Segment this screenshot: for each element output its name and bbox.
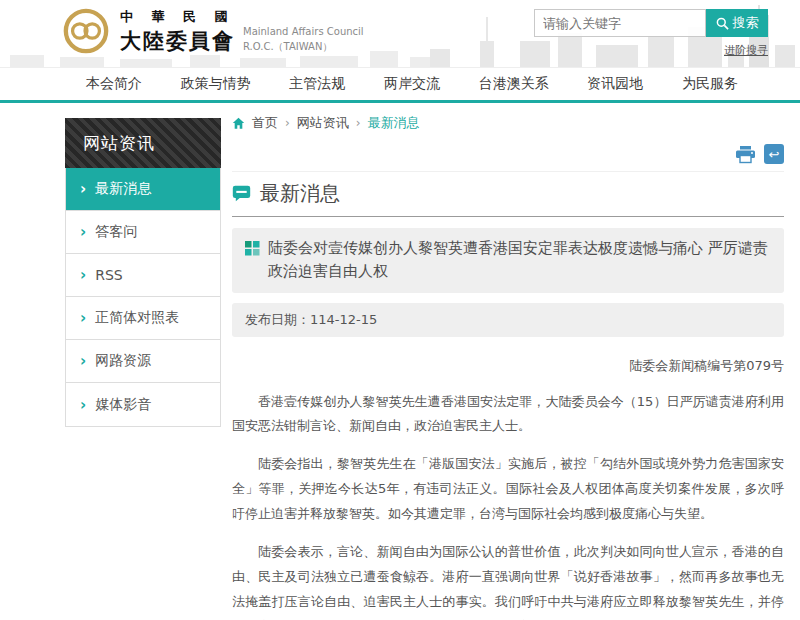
sidebar-item-media[interactable]: › 媒体影音 [66,383,220,426]
logo-en-line1: Mainland Affairs Council [243,24,364,39]
logo-roc-label: 中 華 民 國 [120,8,235,26]
nav-item-about[interactable]: 本会简介 [86,75,142,93]
nav-item-exchange[interactable]: 两岸交流 [384,75,440,93]
page-body: 网站资讯 › 最新消息 › 答客问 › RSS › 正简体对照表 › 网路资源 [0,103,800,620]
article-paragraph: 香港壹传媒创办人黎智英先生遭香港国安法定罪，大陆委员会今（15）日严厉谴责港府利… [232,390,784,440]
nav-item-tw-hk-mo[interactable]: 台港澳关系 [479,75,549,93]
main-content: 首页 › 网站资讯 › 最新消息 ↩ [232,103,784,620]
sidebar-item-label: 网路资源 [95,352,151,370]
main-navigation: 本会简介 政策与情势 主管法规 两岸交流 台港澳关系 资讯园地 为民服务 [0,67,800,100]
article-paragraph: 陆委会表示，言论、新闻自由为国际公认的普世价值，此次判决如同向世人宣示，香港的自… [232,540,784,620]
breadcrumb-section[interactable]: 网站资讯 [297,114,349,132]
sidebar-item-latest-news[interactable]: › 最新消息 [66,168,220,211]
sidebar-item-qa[interactable]: › 答客问 [66,211,220,254]
page-action-icons: ↩ [232,144,784,172]
nav-item-policy[interactable]: 政策与情势 [181,75,251,93]
sidebar-item-label: 媒体影音 [95,396,151,414]
article-body: 香港壹传媒创办人黎智英先生遭香港国安法定罪，大陆委员会今（15）日严厉谴责港府利… [232,390,784,620]
printer-icon [735,145,756,164]
print-button[interactable] [735,145,756,164]
search-button-label: 搜索 [733,14,759,32]
mac-emblem-icon [62,7,110,55]
nav-item-information[interactable]: 资讯园地 [587,75,643,93]
search-input[interactable] [534,9,706,37]
publish-date-value: 114-12-15 [310,312,377,327]
chevron-right-icon: › [80,352,86,370]
breadcrumb-current: 最新消息 [368,114,420,132]
sidebar-item-label: 答客问 [95,223,137,241]
sidebar: 网站资讯 › 最新消息 › 答客问 › RSS › 正简体对照表 › 网路资源 [65,118,221,427]
breadcrumb-separator: › [285,116,290,130]
chevron-right-icon: › [80,396,86,414]
sidebar-item-web-resources[interactable]: › 网路资源 [66,340,220,383]
advanced-search-link[interactable]: 进阶搜寻 [724,44,768,57]
grid-icon [245,241,260,256]
search-area: 搜索 进阶搜寻 [534,9,768,58]
article-title-box: 陆委会对壹传媒创办人黎智英遭香港国安定罪表达极度遗憾与痛心 严厉谴责政治迫害自由… [232,228,784,293]
chevron-right-icon: › [80,309,86,327]
chevron-right-icon: › [80,180,86,198]
nav-item-services[interactable]: 为民服务 [682,75,738,93]
sidebar-item-rss[interactable]: › RSS [66,254,220,297]
breadcrumb-home[interactable]: 首页 [252,114,278,132]
sidebar-item-label: 最新消息 [95,180,151,198]
logo-chinese-text: 中 華 民 國 大陸委員會 [120,8,235,55]
sidebar-item-charset-table[interactable]: › 正简体对照表 [66,297,220,340]
sidebar-title: 网站资讯 [65,118,221,168]
publish-date-box: 发布日期：114-12-15 [232,303,784,337]
logo-english-text: Mainland Affairs Council R.O.C.（TAIWAN） [243,8,364,54]
section-heading: 最新消息 [232,180,784,217]
site-header: 中 華 民 國 大陸委員會 Mainland Affairs Council R… [0,0,800,67]
sidebar-item-label: 正简体对照表 [95,309,179,327]
sidebar-menu: › 最新消息 › 答客问 › RSS › 正简体对照表 › 网路资源 › 媒体影… [65,168,221,427]
article-paragraph: 陆委会指出，黎智英先生在「港版国安法」实施后，被控「勾结外国或境外势力危害国家安… [232,452,784,527]
speech-bubble-icon [232,185,251,202]
breadcrumb-separator: › [356,116,361,130]
publish-date-label: 发布日期： [245,312,310,327]
back-share-button[interactable]: ↩ [764,144,784,164]
breadcrumb: 首页 › 网站资讯 › 最新消息 [232,114,784,132]
logo-en-line2: R.O.C.（TAIWAN） [243,39,364,54]
press-release-number: 陆委会新闻稿编号第079号 [232,357,784,375]
magnifier-icon [716,17,729,30]
nav-item-regulations[interactable]: 主管法规 [289,75,345,93]
article-title: 陆委会对壹传媒创办人黎智英遭香港国安定罪表达极度遗憾与痛心 严厉谴责政治迫害自由… [268,237,771,284]
return-arrow-icon: ↩ [769,147,780,162]
chevron-right-icon: › [80,266,86,284]
sidebar-item-label: RSS [95,267,123,283]
home-icon [232,117,245,130]
section-title: 最新消息 [260,180,340,207]
logo-mac-label: 大陸委員會 [120,27,235,55]
site-logo[interactable]: 中 華 民 國 大陸委員會 Mainland Affairs Council R… [62,7,364,55]
search-button[interactable]: 搜索 [706,9,768,37]
chevron-right-icon: › [80,223,86,241]
